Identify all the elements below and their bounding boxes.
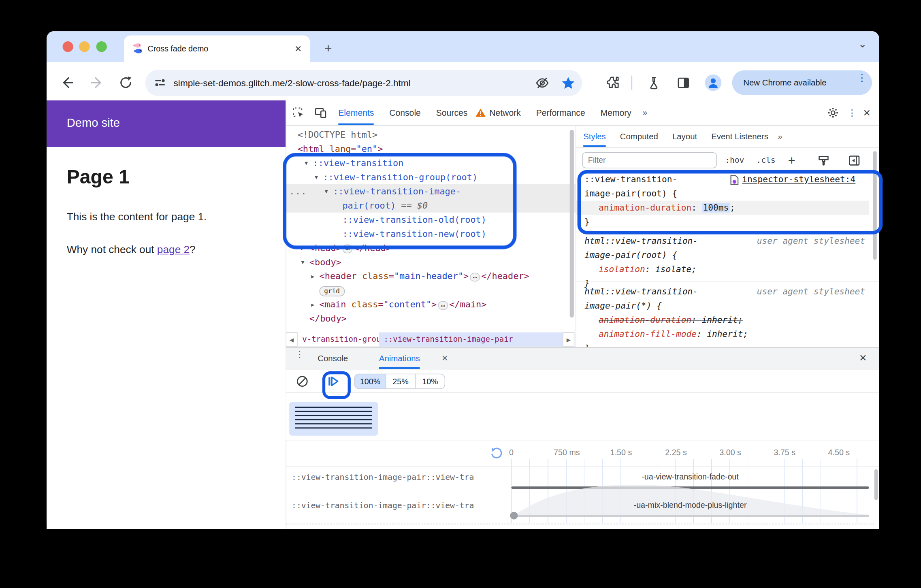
tab-layout[interactable]: Layout (672, 126, 697, 147)
dom-head[interactable]: ▶<head>…</head> (286, 241, 576, 255)
drawer-tab-console[interactable]: Console (318, 348, 348, 369)
pause-resume-icon[interactable] (326, 375, 339, 388)
traffic-close-button[interactable] (63, 41, 73, 52)
bookmark-star-icon[interactable] (561, 76, 576, 90)
tab-styles[interactable]: Styles (583, 126, 606, 147)
tab-computed[interactable]: Computed (620, 126, 658, 147)
tab-search-chevron-icon[interactable]: ⌄ (854, 36, 872, 54)
drawer-close-icon[interactable]: ✕ (859, 348, 867, 369)
update-chrome-button[interactable]: New Chrome available (732, 70, 872, 95)
tab-close-icon[interactable]: ✕ (292, 35, 305, 62)
styles-scrollbar[interactable] (873, 151, 877, 260)
anim-row1-selector[interactable]: ::view-transition-image-pair::view-tra (292, 471, 511, 483)
dom-scrollbar[interactable] (570, 130, 574, 318)
css-rule3-declaration[interactable]: animation-fill-mode: inherit; (599, 327, 748, 341)
drawer-tab-close-icon[interactable]: ✕ (441, 348, 448, 369)
dom-html-open[interactable]: <html lang="en"> (286, 142, 576, 156)
url-text[interactable]: simple-set-demos.glitch.me/2-slow-cross-… (174, 70, 411, 96)
breadcrumb-prev[interactable]: v-transition-group (298, 332, 379, 347)
tick-0: 0 (509, 447, 514, 458)
dom-expander-icon[interactable]: … (343, 244, 353, 253)
dom-doctype[interactable]: <!DOCTYPE html> (286, 128, 576, 142)
replay-icon[interactable] (490, 447, 503, 460)
css-rule3-declaration-overridden[interactable]: animation-duration: inherit; (599, 313, 743, 327)
traffic-minimize-button[interactable] (79, 41, 90, 52)
dom-grid-badge-row: grid (286, 283, 576, 298)
css-value-selected[interactable]: 100ms (702, 203, 730, 212)
eye-off-icon[interactable] (535, 76, 550, 90)
css-rule3-selector-line1[interactable]: html::view-transition- (584, 285, 698, 299)
dom-view-transition-old[interactable]: ::view-transition-old(root) (286, 213, 576, 227)
page-paragraph: This is the content for page 1. (67, 211, 207, 223)
dom-expander-icon[interactable]: … (438, 301, 448, 310)
device-toolbar-icon[interactable] (314, 106, 327, 119)
css-rule2-selector-line1[interactable]: html::view-transition- (584, 234, 698, 248)
dom-view-transition-image-pair-line2[interactable]: pair(root)== $0 (286, 198, 576, 213)
browser-menu-dots-icon[interactable]: ⋮ (857, 75, 867, 90)
css-rule1-selector-line1[interactable]: ::view-transition- (584, 173, 677, 187)
profile-avatar[interactable] (705, 75, 721, 91)
dom-view-transition[interactable]: ▼::view-transition (286, 156, 576, 170)
tab-sources[interactable]: Sources (436, 100, 468, 125)
anim-row2-bar[interactable] (511, 515, 869, 517)
grid-badge[interactable]: grid (320, 286, 345, 296)
animation-preview-thumbnail[interactable] (289, 402, 378, 436)
more-tabs-icon[interactable]: » (643, 100, 648, 125)
speed-100-button[interactable]: 100% (354, 374, 386, 389)
extensions-puzzle-icon[interactable] (605, 76, 620, 90)
breadcrumb-scroll-left-icon[interactable]: ◀ (286, 332, 298, 347)
page-2-link[interactable]: page 2 (157, 244, 190, 256)
side-panel-icon[interactable] (676, 76, 691, 90)
back-icon[interactable] (59, 75, 75, 90)
anim-row2-keyframe-dot[interactable] (510, 512, 518, 520)
tab-event-listeners[interactable]: Event Listeners (711, 126, 768, 147)
dom-view-transition-image-pair-line1[interactable]: ...▼::view-transition-image- (286, 184, 576, 198)
new-tab-icon[interactable]: + (321, 34, 336, 63)
tab-performance[interactable]: Performance (536, 100, 585, 125)
breadcrumb-scroll-right-icon[interactable]: ▶ (563, 332, 574, 347)
site-settings-icon[interactable] (152, 75, 168, 90)
more-sidebar-tabs-icon[interactable]: » (778, 126, 782, 147)
reload-icon[interactable] (118, 75, 134, 90)
traffic-zoom-button[interactable] (96, 41, 107, 52)
speed-10-button[interactable]: 10% (415, 374, 445, 389)
drawer-tab-animations[interactable]: Animations (379, 348, 420, 369)
anim-row2-selector[interactable]: ::view-transition-image-pair::view-tra (292, 499, 511, 511)
tab-memory[interactable]: Memory (601, 100, 631, 125)
dom-main-element[interactable]: ▶<main class="content">…</main> (286, 298, 576, 312)
forward-icon[interactable] (90, 75, 105, 90)
speed-25-button[interactable]: 25% (386, 374, 416, 389)
new-style-rule-plus-icon[interactable]: + (785, 153, 798, 168)
dom-header-element[interactable]: ▶<header class="main-header">…</header> (286, 269, 576, 283)
styles-filter-input[interactable] (582, 152, 716, 168)
css-rule1-source-link[interactable]: inspector-stylesheet:4 (742, 173, 855, 187)
rendering-brush-icon[interactable] (817, 154, 830, 167)
dock-sidebar-icon[interactable] (848, 154, 861, 167)
devtools-menu-dots-icon[interactable]: ⋮ (848, 111, 854, 115)
tab-console[interactable]: Console (389, 100, 421, 125)
tab-elements[interactable]: Elements (338, 100, 374, 125)
dom-body-open[interactable]: ▼<body> (286, 255, 576, 269)
dom-view-transition-new[interactable]: ::view-transition-new(root) (286, 227, 576, 241)
toggle-cls[interactable]: .cls (756, 152, 775, 168)
devtools-close-icon[interactable]: ✕ (863, 107, 871, 119)
dom-view-transition-group[interactable]: ▼::view-transition-group(root) (286, 170, 576, 184)
experiments-flask-icon[interactable] (646, 76, 661, 90)
styles-sidebar-tabs: Styles Computed Layout Event Listeners » (576, 126, 879, 147)
animations-scrollbar[interactable] (874, 469, 878, 500)
devtools-settings-gear-icon[interactable] (826, 106, 839, 119)
clear-all-block-icon[interactable] (296, 375, 309, 388)
css-rule2-selector-line2[interactable]: image-pair(root) { (584, 248, 677, 262)
breadcrumb-current[interactable]: ::view-transition-image-pair (379, 332, 563, 347)
css-rule2-declaration[interactable]: isolation: isolate; (599, 262, 697, 276)
css-rule1-selector-line2[interactable]: image-pair(root) { (584, 187, 677, 201)
toggle-hov[interactable]: :hov (725, 152, 744, 168)
toolbar-divider (631, 76, 632, 90)
dom-body-close[interactable]: </body> (286, 312, 576, 326)
dom-expander-icon[interactable]: … (470, 273, 480, 281)
css-rule1-declaration[interactable]: animation-duration: 100ms; (599, 201, 735, 215)
tab-network[interactable]: Network (489, 100, 521, 125)
css-rule3-selector-line2[interactable]: image-pair(*) { (584, 299, 662, 313)
drawer-menu-dots-icon[interactable]: ⋮ (295, 352, 302, 365)
inspect-element-icon[interactable] (292, 106, 305, 119)
